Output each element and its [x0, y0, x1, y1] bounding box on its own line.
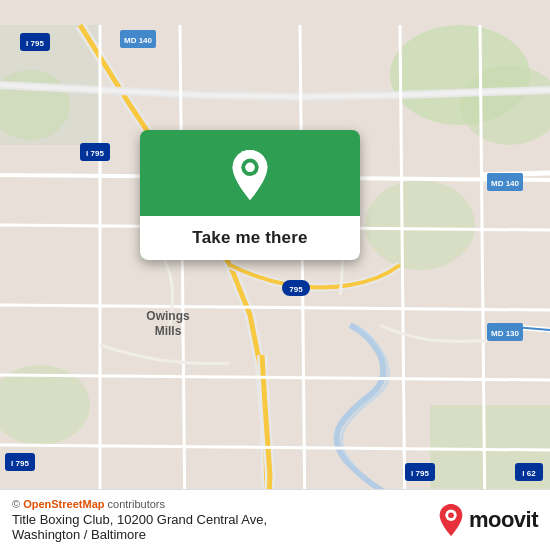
svg-text:I 795: I 795 — [26, 39, 44, 48]
svg-text:I 795: I 795 — [86, 149, 104, 158]
osm-link[interactable]: OpenStreetMap — [23, 498, 104, 510]
card-icon-area — [140, 130, 360, 216]
svg-text:MD 140: MD 140 — [491, 179, 520, 188]
svg-text:I 62: I 62 — [522, 469, 536, 478]
svg-text:MD 130: MD 130 — [491, 329, 520, 338]
map-container: I 795 MD 140 I 795 I 795 795 I 795 I 795… — [0, 0, 550, 550]
svg-point-5 — [365, 180, 475, 270]
moovit-text: moovit — [469, 507, 538, 533]
svg-point-42 — [448, 512, 454, 518]
svg-line-9 — [0, 305, 550, 310]
place-region: Washington / Baltimore — [12, 527, 146, 542]
svg-line-13 — [180, 25, 185, 525]
attribution-prefix: © — [12, 498, 23, 510]
svg-line-10 — [0, 375, 550, 380]
svg-text:Mills: Mills — [155, 324, 182, 338]
attribution: © OpenStreetMap contributors Title Boxin… — [12, 498, 267, 542]
svg-text:I 795: I 795 — [11, 459, 29, 468]
osm-attribution: © OpenStreetMap contributors — [12, 498, 267, 510]
svg-text:I 795: I 795 — [411, 469, 429, 478]
place-info: Title Boxing Club, 10200 Grand Central A… — [12, 512, 267, 542]
attribution-suffix: contributors — [104, 498, 165, 510]
moovit-pin-icon — [437, 503, 465, 537]
svg-point-40 — [245, 162, 255, 172]
svg-text:795: 795 — [289, 285, 303, 294]
map-svg: I 795 MD 140 I 795 I 795 795 I 795 I 795… — [0, 0, 550, 550]
svg-text:Owings: Owings — [146, 309, 190, 323]
svg-text:MD 140: MD 140 — [124, 36, 153, 45]
location-card: Take me there — [140, 130, 360, 260]
bottom-bar: © OpenStreetMap contributors Title Boxin… — [0, 489, 550, 550]
map-pin-icon — [226, 148, 274, 202]
place-name: Title Boxing Club, 10200 Grand Central A… — [12, 512, 267, 527]
take-me-there-button[interactable]: Take me there — [140, 216, 360, 260]
moovit-logo: moovit — [437, 503, 538, 537]
